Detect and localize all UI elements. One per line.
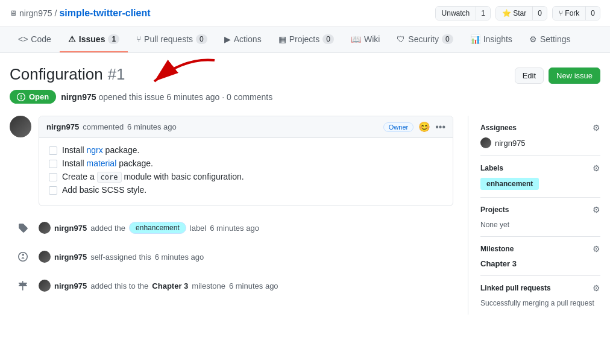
checkbox-2[interactable]	[49, 160, 57, 168]
checklist-item-1: Install ngrx package.	[49, 145, 443, 155]
issue-title: Configuration #1	[10, 65, 125, 84]
nav-tabs: <> Code ⚠ Issues 1 ⑂ Pull requests 0 ▶ A…	[0, 27, 610, 53]
linked-pr-title: Linked pull requests	[480, 284, 551, 292]
linked-pr-text: Successfully merging a pull request	[480, 299, 594, 307]
checkbox-3[interactable]	[49, 173, 57, 181]
commenter-username[interactable]: nirgn975	[46, 122, 79, 131]
tab-actions[interactable]: ▶ Actions	[216, 27, 270, 52]
emoji-icon[interactable]: 😊	[418, 121, 430, 133]
issue-body: nirgn975 commented 6 minutes ago Owner 😊…	[10, 116, 600, 315]
settings-icon: ⚙	[529, 34, 537, 44]
timeline-avatar-3	[39, 280, 51, 292]
label-timeline-icon	[13, 218, 33, 237]
star-button[interactable]: ⭐ Star	[496, 7, 532, 20]
repo-owner[interactable]: nirgn975	[19, 8, 52, 18]
checkbox-1[interactable]	[49, 146, 57, 155]
repo-header: 🖥 nirgn975 / simple-twitter-client Unwat…	[0, 0, 610, 27]
checkbox-4[interactable]	[49, 186, 57, 195]
edit-button[interactable]: Edit	[515, 67, 544, 84]
timeline-event-label: nirgn975 added the enhancement label 6 m…	[10, 218, 453, 237]
comment-header-right: Owner 😊 •••	[383, 121, 445, 133]
actions-icon: ▶	[224, 34, 231, 44]
wiki-icon: 📖	[351, 34, 361, 44]
comment-body: Install ngrx package. Install material p…	[39, 138, 453, 206]
comment-header-left: nirgn975 commented 6 minutes ago	[46, 122, 177, 131]
more-options-icon[interactable]: •••	[435, 122, 445, 133]
open-icon	[17, 93, 25, 101]
tab-insights[interactable]: 📊 Insights	[462, 27, 521, 52]
comment-time: 6 minutes ago	[127, 122, 177, 131]
milestone-value[interactable]: Chapter 3	[480, 259, 517, 268]
assignee-name[interactable]: nirgn975	[495, 139, 526, 148]
tab-wiki[interactable]: 📖 Wiki	[342, 27, 388, 52]
author-name[interactable]: nirgn975	[61, 92, 96, 102]
enhancement-label[interactable]: enhancement	[480, 178, 539, 190]
main-content: Configuration #1 Edit New issue Open	[0, 53, 610, 327]
status-badge: Open	[10, 90, 56, 104]
comment-container: nirgn975 commented 6 minutes ago Owner 😊…	[10, 116, 453, 206]
material-link[interactable]: material	[86, 158, 116, 168]
security-badge: 0	[442, 34, 453, 44]
tab-code[interactable]: <> Code	[10, 27, 60, 52]
tab-pull-requests[interactable]: ⑂ Pull requests 0	[128, 27, 216, 52]
issue-sidebar: Assignees ⚙ nirgn975 Labels ⚙ enhancemen…	[468, 116, 600, 315]
repo-title: 🖥 nirgn975 / simple-twitter-client	[10, 8, 151, 19]
tab-security[interactable]: 🛡 Security 0	[388, 27, 461, 52]
security-icon: 🛡	[397, 34, 405, 44]
tab-settings[interactable]: ⚙ Settings	[521, 27, 579, 52]
timeline-event-milestone-content: nirgn975 added this to the Chapter 3 mil…	[39, 276, 453, 292]
assignee-avatar	[480, 137, 491, 148]
repo-name[interactable]: simple-twitter-client	[59, 8, 150, 19]
issue-title-row: Configuration #1 Edit New issue	[10, 65, 600, 84]
labels-title: Labels	[480, 164, 503, 172]
pr-icon: ⑂	[136, 34, 141, 44]
assignees-title: Assignees	[480, 124, 517, 132]
fork-button[interactable]: ⑂ Fork	[553, 7, 585, 20]
sidebar-assignee-user: nirgn975	[480, 137, 600, 148]
timeline-event-milestone: nirgn975 added this to the Chapter 3 mil…	[10, 276, 453, 295]
sidebar-milestone-header: Milestone ⚙	[480, 244, 600, 254]
checklist-item-4: Add basic SCSS style.	[49, 185, 443, 195]
star-count: 0	[532, 7, 547, 20]
owner-badge: Owner	[383, 122, 413, 132]
sidebar-linked-pr: Linked pull requests ⚙ Successfully merg…	[480, 276, 600, 315]
timeline-avatar-2	[39, 251, 51, 263]
checklist-item-3: Create a core module with basic configur…	[49, 172, 443, 181]
timeline-username-2[interactable]: nirgn975	[54, 253, 87, 262]
sidebar-labels-header: Labels ⚙	[480, 163, 600, 173]
timeline-username-3[interactable]: nirgn975	[54, 281, 87, 290]
tab-issues[interactable]: ⚠ Issues 1	[60, 27, 128, 52]
sidebar-projects: Projects ⚙ None yet	[480, 198, 600, 237]
milestone-gear-icon[interactable]: ⚙	[593, 244, 600, 254]
assignees-gear-icon[interactable]: ⚙	[593, 123, 600, 133]
milestone-icon	[18, 281, 28, 290]
enhancement-label-badge[interactable]: enhancement	[129, 222, 186, 234]
linked-pr-gear-icon[interactable]: ⚙	[593, 283, 600, 293]
sidebar-projects-header: Projects ⚙	[480, 205, 600, 215]
timeline-username-1[interactable]: nirgn975	[54, 224, 87, 233]
labels-gear-icon[interactable]: ⚙	[593, 163, 600, 173]
new-issue-button[interactable]: New issue	[549, 67, 600, 84]
unwatch-button[interactable]: Unwatch	[436, 7, 476, 20]
sidebar-linked-pr-header: Linked pull requests ⚙	[480, 283, 600, 293]
projects-none: None yet	[480, 221, 509, 229]
sidebar-labels: Labels ⚙ enhancement	[480, 156, 600, 198]
ngrx-link[interactable]: ngrx	[86, 145, 102, 155]
fork-group: ⑂ Fork 0	[552, 6, 600, 20]
checklist: Install ngrx package. Install material p…	[49, 145, 443, 195]
sidebar-milestone: Milestone ⚙ Chapter 3	[480, 237, 600, 276]
comment-action: commented	[83, 122, 124, 131]
comment-box: nirgn975 commented 6 minutes ago Owner 😊…	[39, 116, 453, 206]
sidebar-assignees: Assignees ⚙ nirgn975	[480, 116, 600, 156]
issue-title-actions: Edit New issue	[515, 67, 600, 84]
projects-gear-icon[interactable]: ⚙	[593, 205, 600, 215]
code-icon: <>	[18, 34, 28, 44]
issues-icon: ⚠	[68, 34, 76, 44]
issue-number: #1	[108, 65, 125, 84]
red-arrow	[136, 54, 221, 96]
unwatch-group: Unwatch 1	[435, 6, 491, 20]
tab-projects[interactable]: ▦ Projects 0	[270, 27, 342, 52]
milestone-name[interactable]: Chapter 3	[152, 281, 188, 290]
issue-title-area: Configuration #1	[10, 65, 125, 84]
repo-separator: /	[55, 8, 57, 18]
